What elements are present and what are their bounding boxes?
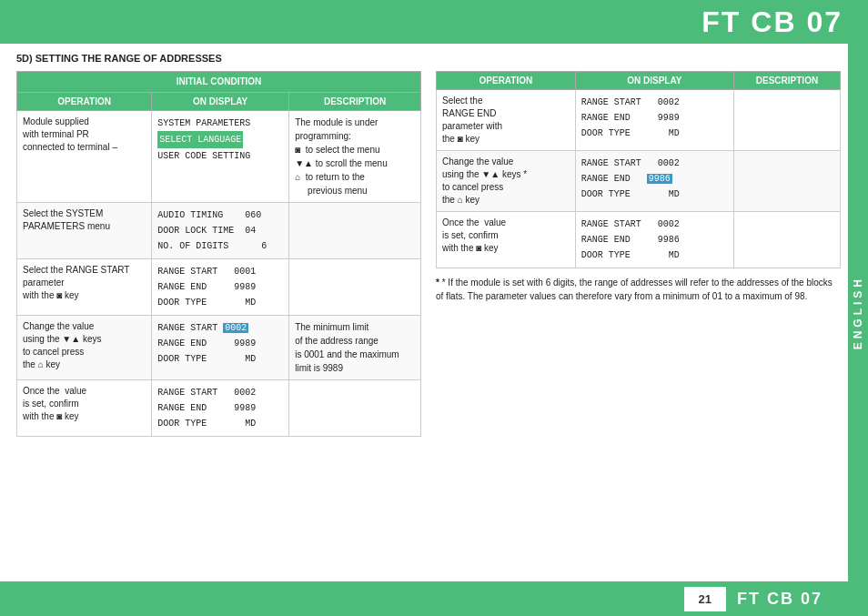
display-line: SYSTEM PARAMETERS: [157, 116, 283, 131]
col-operation-right: OPERATION: [437, 72, 576, 90]
col-description-right: DESCRIPTION: [733, 72, 840, 90]
section-title: 5D) SETTING THE RANGE OF ADDRESSES: [16, 53, 841, 64]
display-line-highlight: SELECT LANGUAGE: [157, 131, 243, 148]
display-cell: RANGE START 0002 RANGE END 9989 DOOR TYP…: [152, 316, 289, 380]
col-operation: OPERATION: [17, 93, 152, 111]
two-column-layout: INITIAL CONDITION OPERATION ON DISPLAY D…: [16, 71, 841, 572]
table-row: Module suppliedwith terminal PRconnected…: [17, 111, 421, 203]
operation-cell: Change the valueusing the ▼▲ keys *to ca…: [437, 151, 576, 212]
description-cell: The module is underprogramming: ◙ to sel…: [289, 111, 421, 203]
table-row: Select the SYSTEMPARAMETERS menu AUDIO T…: [17, 203, 421, 259]
table-row: Select theRANGE ENDparameter withthe ◙ k…: [437, 90, 841, 151]
operation-cell: Select the RANGE STARTparameterwith the …: [17, 259, 152, 316]
description-cell: [289, 380, 421, 437]
display-cell: RANGE START 0002 RANGE END 9986 DOOR TYP…: [575, 151, 733, 212]
operation-cell: Select the SYSTEMPARAMETERS menu: [17, 203, 152, 259]
display-cell: AUDIO TIMING 060 DOOR LOCK TIME 04 NO. O…: [152, 203, 289, 259]
operation-cell: Select theRANGE ENDparameter withthe ◙ k…: [437, 90, 576, 151]
highlight-value: 9986: [647, 174, 672, 184]
footnote-star: *: [436, 278, 439, 288]
description-cell: [733, 151, 840, 212]
display-cell: RANGE START 0001 RANGE END 9989 DOOR TYP…: [152, 259, 289, 316]
header: FT CB 07: [0, 0, 868, 44]
display-cell: SYSTEM PARAMETERS SELECT LANGUAGE USER C…: [152, 111, 289, 203]
side-tab: ENGLISH: [848, 44, 868, 581]
display-cell: RANGE START 0002 RANGE END 9986 DOOR TYP…: [575, 212, 733, 268]
right-column: OPERATION ON DISPLAY DESCRIPTION Select …: [436, 71, 841, 572]
header-title: FT CB 07: [701, 5, 843, 39]
highlight-value: 0002: [223, 323, 248, 333]
col-display-right: ON DISPLAY: [575, 72, 733, 90]
initial-condition-header: INITIAL CONDITION: [17, 72, 421, 93]
footnote: * * If the module is set with 6 digits, …: [436, 276, 841, 303]
operation-cell: Module suppliedwith terminal PRconnected…: [17, 111, 152, 203]
operation-cell: Change the valueusing the ▼▲ keysto canc…: [17, 316, 152, 380]
footer: 21 FT CB 07: [0, 581, 868, 616]
operation-cell: Once the valueis set, confirmwith the ◙ …: [437, 212, 576, 268]
description-cell: [733, 90, 840, 151]
footnote-text: * If the module is set with 6 digits, th…: [436, 278, 833, 301]
right-table: OPERATION ON DISPLAY DESCRIPTION Select …: [436, 71, 841, 268]
left-column: INITIAL CONDITION OPERATION ON DISPLAY D…: [16, 71, 421, 572]
description-cell: The minimum limitof the address rangeis …: [289, 316, 421, 380]
table-row: Once the valueis set, confirmwith the ◙ …: [437, 212, 841, 268]
display-line: USER CODE SETTING: [157, 148, 283, 164]
col-display: ON DISPLAY: [152, 93, 289, 111]
left-table: INITIAL CONDITION OPERATION ON DISPLAY D…: [16, 71, 421, 437]
display-cell: RANGE START 0002 RANGE END 9989 DOOR TYP…: [575, 90, 733, 151]
table-row: Select the RANGE STARTparameterwith the …: [17, 259, 421, 316]
display-cell: RANGE START 0002 RANGE END 9989 DOOR TYP…: [152, 380, 289, 437]
description-cell: [289, 203, 421, 259]
col-description: DESCRIPTION: [289, 93, 421, 111]
description-cell: [289, 259, 421, 316]
footer-brand: FT CB 07: [726, 590, 850, 609]
table-row: Once the valueis set, confirmwith the ◙ …: [17, 380, 421, 437]
language-label: ENGLISH: [852, 276, 864, 349]
table-row: Change the valueusing the ▼▲ keys *to ca…: [437, 151, 841, 212]
main-content: 5D) SETTING THE RANGE OF ADDRESSES INITI…: [0, 44, 868, 581]
operation-cell: Once the valueis set, confirmwith the ◙ …: [17, 380, 152, 437]
description-cell: [733, 212, 840, 268]
table-row: Change the valueusing the ▼▲ keysto canc…: [17, 316, 421, 380]
page-number: 21: [684, 587, 726, 611]
